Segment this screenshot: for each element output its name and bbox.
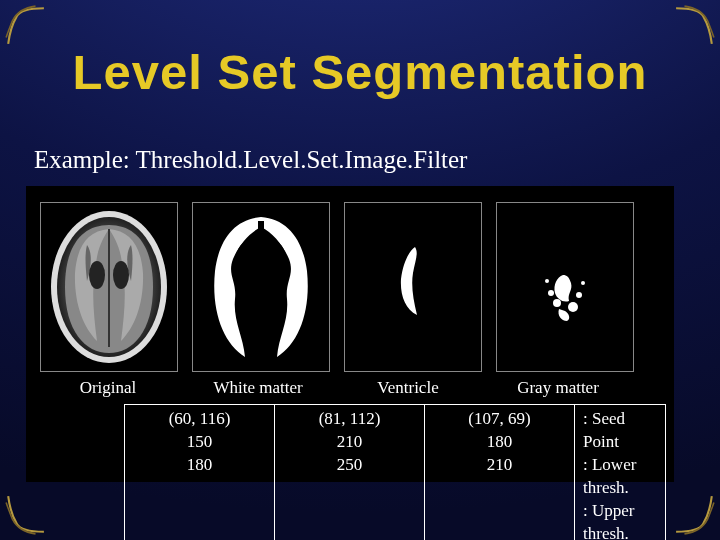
image-white-matter: [192, 202, 330, 372]
image-original: [40, 202, 178, 372]
corner-ornament-icon: [4, 494, 46, 536]
slide-title: Level Set Segmentation: [0, 44, 720, 100]
slide: Level Set Segmentation Example: Threshol…: [0, 0, 720, 540]
image-ventricle: [344, 202, 482, 372]
corner-ornament-icon: [4, 4, 46, 46]
lower-value: 180: [429, 431, 570, 454]
svg-point-7: [267, 256, 281, 282]
figure-panel: Original White matter Ventricle Gray mat…: [26, 186, 674, 482]
slide-subtitle: Example: Threshold.Level.Set.Image.Filte…: [34, 146, 467, 174]
svg-point-16: [548, 290, 554, 296]
upper-value: 250: [279, 454, 420, 477]
lower-value: 150: [129, 431, 270, 454]
table-col-ventricle: (81, 112) 210 250: [275, 405, 425, 540]
table-col-gray-matter: (107, 69) 180 210: [425, 405, 575, 540]
caption-ventricle: Ventricle: [340, 378, 476, 398]
seed-value: (107, 69): [429, 408, 570, 431]
key-seed: : Seed Point: [583, 408, 661, 454]
key-lower: : Lower thresh.: [583, 454, 661, 500]
svg-point-10: [291, 309, 299, 317]
svg-rect-8: [258, 221, 264, 355]
key-upper: : Upper thresh.: [583, 500, 661, 540]
svg-point-18: [545, 279, 549, 283]
svg-point-2: [89, 261, 105, 289]
image-row: [40, 202, 634, 372]
lower-value: 210: [279, 431, 420, 454]
upper-value: 180: [129, 454, 270, 477]
parameter-table: (60, 116) 150 180 (81, 112) 210 250 (107…: [124, 404, 666, 540]
svg-rect-11: [345, 203, 481, 371]
svg-point-6: [241, 256, 255, 282]
caption-white-matter: White matter: [190, 378, 326, 398]
caption-original: Original: [40, 378, 176, 398]
seed-value: (81, 112): [279, 408, 420, 431]
svg-point-13: [553, 299, 561, 307]
image-captions: Original White matter Ventricle Gray mat…: [40, 378, 660, 398]
seed-value: (60, 116): [129, 408, 270, 431]
image-gray-matter: [496, 202, 634, 372]
svg-point-14: [568, 302, 578, 312]
svg-point-3: [113, 261, 129, 289]
svg-point-15: [576, 292, 582, 298]
corner-ornament-icon: [674, 4, 716, 46]
corner-ornament-icon: [674, 494, 716, 536]
table-col-white-matter: (60, 116) 150 180: [125, 405, 275, 540]
caption-gray-matter: Gray matter: [490, 378, 626, 398]
upper-value: 210: [429, 454, 570, 477]
svg-point-9: [223, 309, 231, 317]
svg-point-17: [581, 281, 585, 285]
table-key-column: : Seed Point : Lower thresh. : Upper thr…: [575, 405, 665, 540]
